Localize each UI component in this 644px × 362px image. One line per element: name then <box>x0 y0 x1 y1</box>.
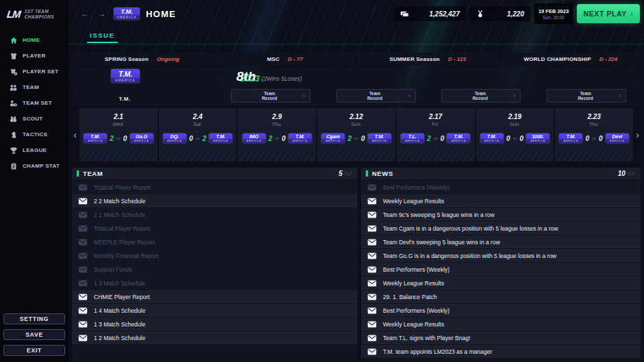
envelope-icon <box>78 253 88 259</box>
champ-stat-icon <box>9 161 18 170</box>
chevron-right-icon: › <box>619 92 621 99</box>
team-record-button[interactable]: TeamRecord› <box>547 89 626 103</box>
message-row[interactable]: 29. 1. Balance Patch <box>361 290 641 303</box>
next-play-button[interactable]: NEXT PLAY › <box>577 4 640 23</box>
sidebar-item-league[interactable]: LEAGUE <box>0 142 69 158</box>
tab-issue[interactable]: ISSUE <box>87 31 118 43</box>
match-card[interactable]: 2.23Thu.T.M.AMERICA0vs0DevlAMERICA <box>555 108 633 161</box>
sidebar-item-player-set[interactable]: PLAYER SET <box>0 64 69 79</box>
message-row[interactable]: Best Performers (Weekly) <box>361 181 641 194</box>
match-card[interactable]: 2.1Wed.T.M.AMERICA2vs0Go.GAMERICA <box>79 108 158 161</box>
message-row[interactable]: Monthly Financial Report <box>72 249 358 262</box>
team-record-button[interactable]: TeamRecord› <box>441 89 521 103</box>
team-record-label: TeamRecord <box>447 91 513 101</box>
message-row[interactable]: 1 4 Match Schedule <box>72 304 358 317</box>
team-badge-1000: 1000.AMERICA <box>526 133 549 143</box>
sidebar-item-champ-stat[interactable]: CHAMP STAT <box>0 158 69 174</box>
season-name: WORLD CHAMPIONSHIP <box>524 56 591 62</box>
sidebar-item-player[interactable]: PLAYER <box>0 48 69 64</box>
match-card[interactable]: 2.12Sun.CgamAMERICA2vs0T.M.AMERICA <box>317 108 395 161</box>
carousel-prev-icon[interactable]: ‹ <box>71 108 79 161</box>
topbar-team-badge[interactable]: T.M. AMERICA <box>114 8 140 20</box>
team-badge-name: 1000. <box>526 133 549 139</box>
match-day: Thu. <box>555 121 633 127</box>
right-score: 0 <box>281 135 286 142</box>
sidebar: LM 1ST TEAM CHAMPIONS HOMEPLAYERPLAYER S… <box>0 0 69 362</box>
envelope-icon <box>367 211 377 218</box>
message-label: Tctaical Player Report <box>94 184 151 191</box>
accent-bar <box>77 170 79 177</box>
team-badge-devl: DevlAMERICA <box>606 133 629 143</box>
sidebar-item-team-set[interactable]: TEAM SET <box>0 95 69 111</box>
message-row[interactable]: Team Go.G is in a dangerous position wit… <box>361 249 641 262</box>
envelope-icon <box>367 294 377 300</box>
sidebar-item-tactics[interactable]: TACTICS <box>0 127 69 142</box>
sidebar-item-home[interactable]: HOME <box>0 32 69 48</box>
message-row[interactable]: Best Performers (Weekly) <box>361 263 641 276</box>
message-row[interactable]: Tctaical Player Report <box>72 222 358 235</box>
message-row[interactable]: Tctaical Player Report <box>72 181 358 194</box>
left-score: 0 <box>584 135 590 142</box>
message-row[interactable]: Weekly League Results <box>361 318 641 331</box>
message-row[interactable]: T.M. team appoints LM2023 as a manager <box>361 345 641 358</box>
envelope-icon <box>78 266 88 273</box>
team-record-button[interactable]: TeamRecord› <box>336 89 416 103</box>
scout-icon <box>9 114 18 123</box>
sidebar-nav: HOMEPLAYERPLAYER SETTEAMTEAM SETSCOUTTAC… <box>0 32 69 174</box>
summary-team-name: T.M. <box>97 96 152 102</box>
right-score: 0 <box>360 135 366 142</box>
message-row[interactable]: Support Funds <box>72 263 358 276</box>
match-card[interactable]: 2.4Sat.DQ.AMERICA0vs2T.M.AMERICA <box>159 108 237 161</box>
money-icon <box>400 10 409 18</box>
message-row[interactable]: 2 1 Match Schedule <box>72 208 358 221</box>
summary-team-badge[interactable]: T.M. AMERICA <box>111 69 140 83</box>
message-row[interactable]: 2 2 Match Schedule <box>72 194 358 207</box>
season-countdown: D - 77 <box>288 56 303 62</box>
date-box: 19 FEB 2023 Sun. 20:00 <box>534 3 573 24</box>
player-set-icon <box>9 67 18 76</box>
vs-label: vs <box>592 136 596 140</box>
sidebar-item-label: HOME <box>23 37 40 43</box>
match-card[interactable]: 2.9Thu.IMOAMERICA2vs0T.M.AMERICA <box>238 108 316 161</box>
message-row[interactable]: Weekly League Results <box>361 194 641 207</box>
message-row[interactable]: Team 9c's sweeping 5 league wins in a ro… <box>361 208 641 221</box>
team-badge-name: Cgam <box>321 133 345 139</box>
message-row[interactable]: Team Cgam is in a dangerous position wit… <box>361 222 641 235</box>
message-row[interactable]: Best Performers (Weekly) <box>361 304 641 317</box>
message-label: T.M. team appoints LM2023 as a manager <box>383 348 492 355</box>
sidebar-item-scout[interactable]: SCOUT <box>0 111 69 127</box>
message-label: Monthly Financial Report <box>94 253 158 259</box>
team-record-label: TeamRecord <box>342 91 408 101</box>
message-row[interactable]: Team Devl's sweeping 5 league wins in a … <box>361 235 641 248</box>
forward-arrow-icon[interactable]: → <box>97 9 108 18</box>
carousel-next-icon[interactable]: › <box>633 108 642 161</box>
message-row[interactable]: Team T.L. signs with Player Bnag! <box>361 331 641 344</box>
save-button[interactable]: SAVE <box>3 329 65 340</box>
vs-label: vs <box>513 136 517 140</box>
sidebar-item-team[interactable]: TEAM <box>0 79 69 95</box>
message-row[interactable]: CHMIE Player Report <box>72 290 358 303</box>
team-badge-region: AMERICA <box>243 139 266 143</box>
message-row[interactable]: 1 3 Match Schedule <box>72 318 358 331</box>
team-record-button[interactable]: TeamRecord› <box>231 89 310 103</box>
logo-line2: CHAMPIONS <box>25 14 54 20</box>
sidebar-item-label: PLAYER <box>23 53 46 59</box>
message-label: 29. 1. Balance Patch <box>383 294 436 300</box>
setting-button[interactable]: SETTING <box>3 313 65 324</box>
back-arrow-icon[interactable]: ← <box>79 9 90 18</box>
money-pill: 1,252,427 <box>394 6 466 21</box>
app-root: LM 1ST TEAM CHAMPIONS HOMEPLAYERPLAYER S… <box>0 0 644 362</box>
message-row[interactable]: 1 3 Match Schedule <box>72 276 358 289</box>
message-row[interactable]: Weekly League Results <box>361 276 641 289</box>
match-card[interactable]: 2.19Sun.T.M.AMERICA0vs01000.AMERICA <box>476 108 554 161</box>
message-row[interactable]: MEEPLE Player Report <box>72 235 358 248</box>
team-badge-region: AMERICA <box>288 139 312 143</box>
exit-button[interactable]: EXIT <box>3 345 65 356</box>
match-date: 2.1 <box>79 113 158 120</box>
vs-label: vs <box>275 136 280 140</box>
match-card[interactable]: 2.17Fri.T.L.AMERICA2vs0T.M.AMERICA <box>397 108 475 161</box>
left-score: 2 <box>268 135 273 142</box>
team-badge-name: IMO <box>243 133 266 139</box>
message-row[interactable]: 1 2 Match Schedule <box>72 331 358 344</box>
sidebar-item-label: LEAGUE <box>23 147 47 153</box>
